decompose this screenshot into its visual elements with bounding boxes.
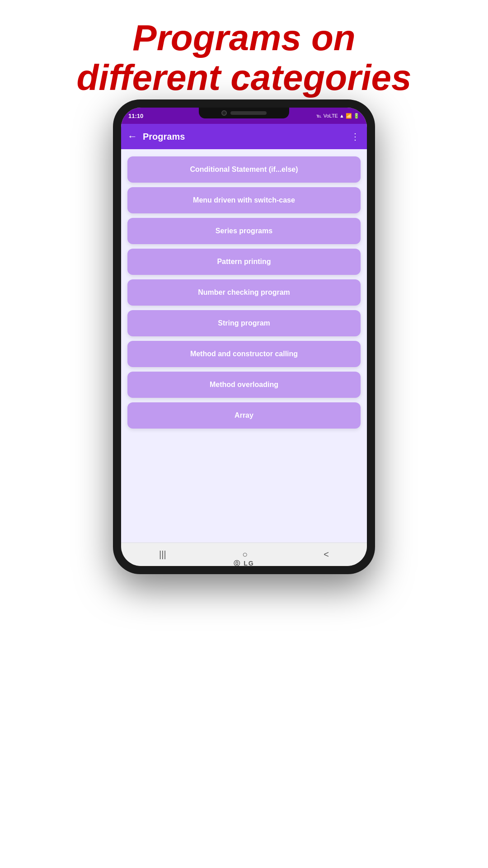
- phone-device: 11:10 ℡ VoLTE ▲ 📶 🔋 ← Programs ⋮ Conditi…: [113, 99, 375, 574]
- app-bar: ← Programs ⋮: [121, 124, 367, 149]
- back-button[interactable]: ←: [127, 131, 137, 142]
- phone-notch: [199, 108, 289, 118]
- status-icons: ℡ VoLTE ▲ 📶 🔋: [316, 113, 360, 119]
- menu-item-pattern[interactable]: Pattern printing: [127, 249, 361, 275]
- menu-item-menu-driven[interactable]: Menu driven with switch-case: [127, 187, 361, 213]
- menu-item-method-overloading[interactable]: Method overloading: [127, 372, 361, 398]
- bluetooth-icon: ℡: [316, 113, 322, 119]
- back-nav-button[interactable]: <: [314, 546, 338, 563]
- menu-item-string[interactable]: String program: [127, 310, 361, 336]
- menu-item-method-constructor[interactable]: Method and constructor calling: [127, 341, 361, 367]
- recent-apps-button[interactable]: |||: [150, 546, 175, 563]
- app-bar-title: Programs: [143, 132, 351, 142]
- more-options-button[interactable]: ⋮: [351, 131, 361, 142]
- menu-item-number-checking[interactable]: Number checking program: [127, 279, 361, 306]
- signal-icons: VoLTE ▲ 📶 🔋: [324, 113, 360, 119]
- phone-camera: [221, 110, 227, 116]
- status-time: 11:10: [128, 113, 143, 119]
- page-title: Programs on different categories: [0, 0, 488, 107]
- phone-screen: 11:10 ℡ VoLTE ▲ 📶 🔋 ← Programs ⋮ Conditi…: [121, 108, 367, 566]
- phone-brand: ⓪ LG: [234, 560, 254, 568]
- menu-item-conditional[interactable]: Conditional Statement (if...else): [127, 156, 361, 183]
- phone-shell: 11:10 ℡ VoLTE ▲ 📶 🔋 ← Programs ⋮ Conditi…: [113, 99, 375, 574]
- phone-speaker: [230, 111, 267, 115]
- menu-item-series[interactable]: Series programs: [127, 218, 361, 244]
- menu-list: Conditional Statement (if...else)Menu dr…: [121, 149, 367, 542]
- menu-item-array[interactable]: Array: [127, 402, 361, 429]
